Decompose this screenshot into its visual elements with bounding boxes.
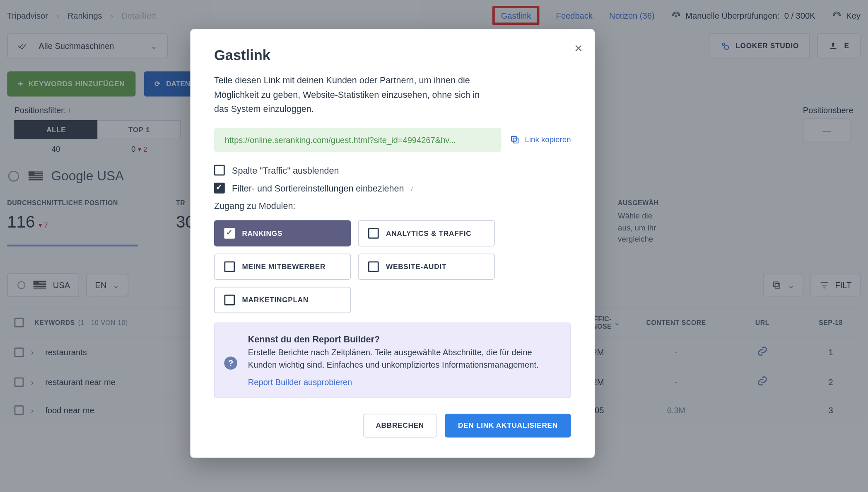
info-icon[interactable]: i <box>411 184 413 192</box>
checkbox-icon <box>214 183 225 194</box>
promo-title: Kennst du den Report Builder? <box>248 334 557 344</box>
svg-rect-8 <box>511 136 516 141</box>
gastlink-modal: ✕ Gastlink Teile diesen Link mit deinen … <box>190 29 595 458</box>
cancel-button[interactable]: ABBRECHEN <box>363 414 436 437</box>
module-audit[interactable]: WEBSITE-AUDIT <box>358 254 494 280</box>
checkbox-icon <box>368 228 379 239</box>
copy-link-button[interactable]: Link kopieren <box>509 135 571 145</box>
report-builder-promo: ? Kennst du den Report Builder? Erstelle… <box>214 322 571 398</box>
module-competitors[interactable]: MEINE MITBEWERBER <box>214 254 351 280</box>
svg-rect-7 <box>513 138 518 143</box>
copy-link-label: Link kopieren <box>525 135 571 144</box>
module-access-label: Zugang zu Modulen: <box>214 201 571 211</box>
help-icon: ? <box>224 356 237 370</box>
checkbox-icon <box>224 261 235 272</box>
hide-traffic-label: Spalte "Traffic" ausblenden <box>232 165 339 175</box>
update-link-button[interactable]: DEN LINK AKTUALISIEREN <box>445 414 571 437</box>
close-icon[interactable]: ✕ <box>574 42 583 56</box>
checkbox-icon <box>224 295 235 305</box>
copy-icon <box>509 135 520 145</box>
checkbox-icon <box>368 261 379 272</box>
modal-description: Teile diesen Link mit deinen Kunden oder… <box>214 73 494 116</box>
module-analytics[interactable]: ANALYTICS & TRAFFIC <box>358 220 494 246</box>
module-marketing[interactable]: MARKETINGPLAN <box>214 287 351 313</box>
guest-link-field[interactable]: https://online.seranking.com/guest.html?… <box>214 128 501 152</box>
include-filters-label: Filter- und Sortiereinstellungen einbezi… <box>232 183 404 193</box>
checkbox-icon <box>224 228 235 239</box>
module-rankings[interactable]: RANKINGS <box>214 220 351 246</box>
promo-link[interactable]: Report Builder ausprobieren <box>248 377 557 387</box>
hide-traffic-checkbox[interactable]: Spalte "Traffic" ausblenden <box>214 165 571 176</box>
promo-desc: Erstelle Berichte nach Zeitplänen. Teile… <box>248 347 557 371</box>
include-filters-checkbox[interactable]: Filter- und Sortiereinstellungen einbezi… <box>214 183 571 194</box>
checkbox-icon <box>214 165 225 176</box>
modal-title: Gastlink <box>214 47 571 63</box>
